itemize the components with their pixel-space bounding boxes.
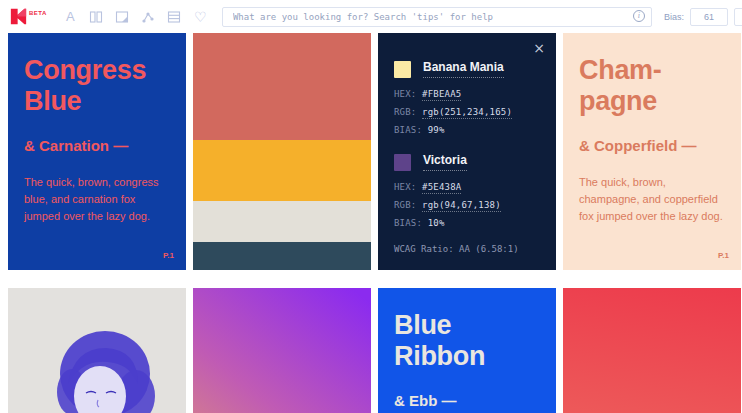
top-bar: BETA A — [0, 0, 742, 33]
color-name[interactable]: Victoria — [423, 153, 467, 171]
color-name[interactable]: Banana Mania — [423, 60, 504, 78]
hex-value[interactable]: #5E438A — [422, 182, 461, 194]
bias-label: Bias: — [664, 12, 684, 22]
card-duotone-portrait[interactable] — [8, 288, 186, 413]
color-detail-banana-mania: Banana Mania HEX: #FBEAA5 RGB: rgb(251,2… — [394, 60, 540, 135]
page-number: P.1 — [163, 251, 174, 260]
page-number: P.1 — [718, 251, 729, 260]
card-congress-blue[interactable]: Congress Blue & Carnation — The quick, b… — [8, 33, 186, 270]
card-gradient-purple[interactable] — [193, 288, 371, 413]
card-subtitle: & Carnation — — [24, 137, 170, 154]
card-champagne[interactable]: Cham- pagne & Copperfield — The quick, b… — [563, 33, 741, 270]
logo[interactable]: BETA — [10, 8, 47, 25]
info-icon[interactable]: i — [633, 10, 645, 22]
typography-view-icon[interactable]: A — [63, 9, 78, 24]
bias-max-input[interactable] — [734, 8, 742, 26]
wcag-ratio: WCAG Ratio: AA (6.58:1) — [394, 244, 540, 254]
hex-value[interactable]: #FBEAA5 — [422, 89, 461, 101]
card-color-details: × Banana Mania HEX: #FBEAA5 RGB: rgb(251… — [378, 33, 556, 270]
palette-stripe[interactable] — [193, 140, 371, 202]
hex-row: HEX: #5E438A — [394, 182, 540, 192]
palette-stripe[interactable] — [193, 201, 371, 241]
khroma-logo-icon — [10, 8, 27, 25]
bias-value: 10% — [428, 218, 445, 229]
rgb-row: RGB: rgb(251,234,165) — [394, 107, 540, 117]
color-swatch — [394, 61, 411, 78]
type-glyph: A — [66, 10, 75, 23]
khroma-app: BETA A — [0, 0, 742, 413]
rgb-value[interactable]: rgb(94,67,138) — [422, 200, 501, 212]
hex-row: HEX: #FBEAA5 — [394, 89, 540, 99]
card-title: Congress Blue — [24, 55, 170, 117]
close-icon[interactable]: × — [533, 41, 545, 55]
search-bar: i — [222, 6, 652, 27]
bias-min-input[interactable] — [690, 8, 728, 26]
card-palette-stripes[interactable] — [193, 33, 371, 270]
card-gradient-red[interactable] — [563, 288, 741, 413]
bias-value: 99% — [428, 125, 445, 136]
palette-stripe[interactable] — [193, 242, 371, 270]
card-sample-text: The quick, brown, champagne, and copperf… — [579, 174, 725, 225]
card-subtitle: & Ebb — — [394, 392, 540, 409]
beta-badge: BETA — [29, 10, 47, 16]
color-swatch — [394, 154, 411, 171]
card-grid: Congress Blue & Carnation — The quick, b… — [0, 33, 742, 413]
search-input[interactable] — [222, 7, 652, 27]
bias-row: BIAS: 10% — [394, 218, 540, 228]
portrait-image — [8, 288, 186, 413]
rgb-row: RGB: rgb(94,67,138) — [394, 200, 540, 210]
palette-view-icon[interactable] — [167, 9, 182, 24]
bias-row: BIAS: 99% — [394, 125, 540, 135]
stripe-container — [193, 33, 371, 270]
card-blue-ribbon[interactable]: Blue Ribbon & Ebb — The quick, brown, bl… — [378, 288, 556, 413]
image-view-icon[interactable] — [115, 9, 130, 24]
card-subtitle: & Copperfield — — [579, 137, 725, 154]
palette-stripe[interactable] — [193, 33, 371, 140]
gradient-view-icon[interactable] — [141, 9, 156, 24]
favorites-heart-icon[interactable]: ♡ — [193, 9, 208, 24]
card-title: Cham- pagne — [579, 55, 725, 117]
view-switcher: A — [63, 9, 208, 24]
rgb-value[interactable]: rgb(251,234,165) — [422, 107, 512, 119]
color-detail-victoria: Victoria HEX: #5E438A RGB: rgb(94,67,138… — [394, 153, 540, 228]
heart-glyph: ♡ — [194, 10, 207, 24]
poster-view-icon[interactable] — [89, 9, 104, 24]
card-sample-text: The quick, brown, congress blue, and car… — [24, 174, 170, 225]
card-title: Blue Ribbon — [394, 310, 540, 372]
